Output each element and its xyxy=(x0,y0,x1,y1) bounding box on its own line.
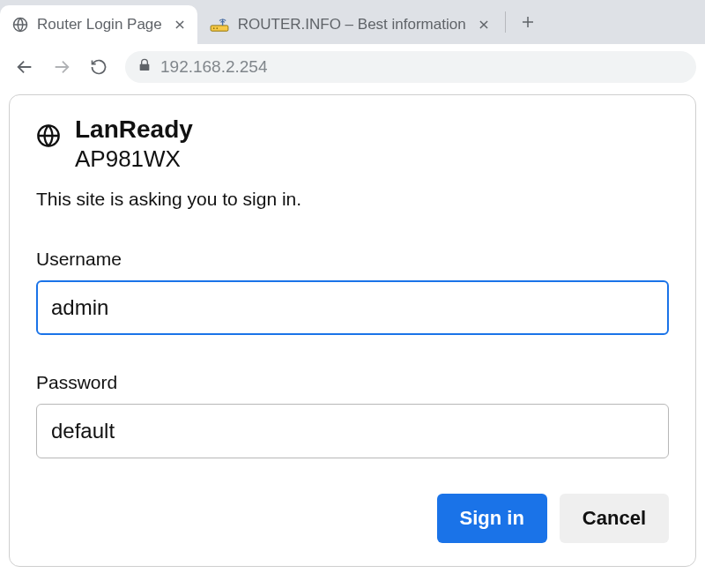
cancel-button[interactable]: Cancel xyxy=(560,494,669,543)
dialog-header: LanReady AP981WX xyxy=(36,116,669,173)
username-label: Username xyxy=(36,249,669,270)
tab-title: ROUTER.INFO – Best information xyxy=(238,16,466,33)
auth-dialog: LanReady AP981WX This site is asking you… xyxy=(9,94,696,567)
site-model: AP981WX xyxy=(75,145,193,173)
reload-button[interactable] xyxy=(83,51,115,83)
forward-button[interactable] xyxy=(46,51,78,83)
close-icon[interactable] xyxy=(475,16,493,33)
tab-separator xyxy=(505,11,506,33)
svg-point-2 xyxy=(213,27,215,29)
router-favicon-icon xyxy=(210,17,229,33)
username-group: Username xyxy=(36,249,669,335)
nav-bar xyxy=(0,44,705,90)
signin-button[interactable]: Sign in xyxy=(437,494,547,543)
lock-icon xyxy=(137,58,152,76)
url-input[interactable] xyxy=(160,57,684,77)
globe-icon xyxy=(36,123,61,152)
password-group: Password xyxy=(36,372,669,458)
back-button[interactable] xyxy=(9,51,41,83)
dialog-buttons: Sign in Cancel xyxy=(36,494,669,543)
globe-favicon-icon xyxy=(12,17,28,33)
tab-router-info[interactable]: ROUTER.INFO – Best information xyxy=(197,5,501,44)
address-bar[interactable] xyxy=(125,51,696,83)
password-label: Password xyxy=(36,372,669,393)
close-icon[interactable] xyxy=(171,16,189,33)
svg-point-3 xyxy=(216,27,218,29)
site-brand: LanReady xyxy=(75,116,193,144)
username-input[interactable] xyxy=(36,280,669,335)
new-tab-button[interactable] xyxy=(515,9,541,35)
tab-bar: Router Login Page ROUTER.INFO – Best inf… xyxy=(0,0,705,44)
password-input[interactable] xyxy=(36,404,669,458)
tab-title: Router Login Page xyxy=(37,16,162,33)
tab-router-login[interactable]: Router Login Page xyxy=(0,5,197,44)
signin-prompt: This site is asking you to sign in. xyxy=(36,189,669,210)
